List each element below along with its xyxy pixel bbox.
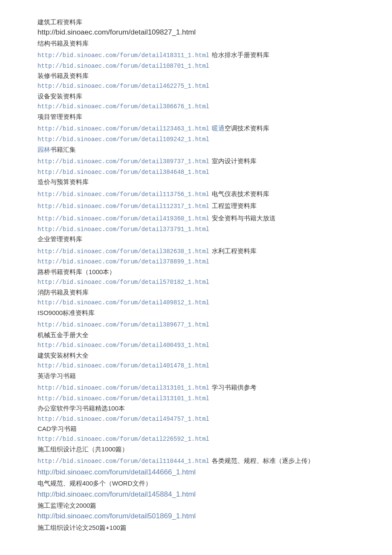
resource-label: 学习书籍供参考: [212, 384, 257, 391]
resource-link[interactable]: http://bid.sinoaec.com/forum/detail38973…: [37, 158, 209, 165]
heading: CAD学习书籍: [37, 424, 392, 434]
resource-link[interactable]: http://bid.sinoaec.com/forum/detail14588…: [37, 489, 196, 500]
heading: 施工组织设计论文250篇+100篇: [37, 523, 392, 532]
heading: 装修书籍及资料库: [37, 71, 392, 81]
heading: 造价与预算资料库: [37, 177, 392, 187]
heading: 机械五金手册大全: [37, 330, 392, 340]
resource-link[interactable]: http://bid.sinoaec.com/forum/detail37379…: [37, 226, 209, 233]
heading: 消防书籍及资料库: [37, 287, 392, 297]
resource-link[interactable]: http://bid.sinoaec.com/forum/detail38263…: [37, 248, 209, 255]
resource-link[interactable]: http://bid.sinoaec.com/forum/detail40147…: [37, 362, 209, 369]
resource-link[interactable]: http://bid.sinoaec.com/forum/detail38667…: [37, 103, 209, 110]
heading-suffix: 书籍汇集: [50, 146, 76, 153]
heading: 企业管理资料库: [37, 234, 392, 244]
resource-link[interactable]: http://bid.sinoaec.com/forum/detail31310…: [37, 395, 209, 402]
heading: 办公室软件学习书籍精选100本: [37, 403, 392, 413]
resource-link[interactable]: http://bid.sinoaec.com/forum/detail14466…: [37, 467, 196, 478]
resource-link[interactable]: http://bid.sinoaec.com/forum/detail11375…: [37, 191, 209, 198]
resource-label: 各类规范、规程、标准（逐步上传）: [212, 457, 314, 464]
resource-link[interactable]: http://bid.sinoaec.com/forum/detail40981…: [37, 299, 209, 306]
highlighted-term: 暖通: [212, 124, 225, 132]
resource-link[interactable]: http://bid.sinoaec.com/forum/detail41831…: [37, 52, 209, 59]
heading: 施工监理论文2000篇: [37, 500, 392, 510]
heading: 建筑安装材料大全: [37, 350, 392, 360]
heading: 电气规范、规程400多个（WORD文件）: [37, 478, 392, 488]
resource-label: 安全资料与书籍大放送: [212, 214, 276, 222]
resource-label: 工程监理资料库: [212, 202, 257, 209]
resource-label: 室内设计资料库: [212, 157, 257, 165]
resource-link[interactable]: http://bid.sinoaec.com/forum/detail11044…: [37, 458, 209, 465]
resource-link[interactable]: http://bid.sinoaec.com/forum/detail49475…: [37, 416, 209, 422]
resource-link[interactable]: http://bid.sinoaec.com/forum/detail11231…: [37, 203, 209, 210]
heading: 英语学习书籍: [37, 371, 392, 381]
resource-link[interactable]: http://bid.sinoaec.com/forum/detail50186…: [37, 511, 196, 522]
resource-label: 给水排水手册资料库: [212, 51, 269, 58]
resource-link[interactable]: http://bid.sinoaec.com/forum/detail57018…: [37, 279, 209, 286]
resource-link[interactable]: http://bid.sinoaec.com/forum/detail46227…: [37, 83, 209, 90]
heading: 结构书籍及资料库: [37, 38, 392, 48]
resource-link[interactable]: http://bid.sinoaec.com/forum/detail31310…: [37, 384, 209, 391]
resource-label: 水利工程资料库: [212, 247, 257, 254]
resource-link[interactable]: http://bid.sinoaec.com/forum/detail12346…: [37, 125, 209, 132]
heading: 项目管理资料库: [37, 112, 392, 121]
resource-link[interactable]: http://bid.sinoaec.com/forum/detail37889…: [37, 258, 209, 265]
heading-url: http://bid.sinoaec.com/forum/detail10982…: [37, 27, 392, 38]
heading: 建筑工程资料库: [37, 17, 392, 27]
resource-link[interactable]: http://bid.sinoaec.com/forum/detail10924…: [37, 136, 209, 143]
heading: 路桥书籍资料库（1000本）: [37, 267, 392, 277]
highlighted-term: 园林: [37, 146, 50, 153]
heading: ISO9000标准资料库: [37, 308, 392, 318]
resource-label: 电气仪表技术资料库: [212, 190, 269, 197]
heading: 设备安装资料库: [37, 91, 392, 101]
resource-link[interactable]: http://bid.sinoaec.com/forum/detail10870…: [37, 63, 209, 69]
resource-link[interactable]: http://bid.sinoaec.com/forum/detail38464…: [37, 169, 209, 176]
heading: 施工组织设计总汇（共1000篇）: [37, 444, 392, 454]
document-content: 建筑工程资料库http://bid.sinoaec.com/forum/deta…: [37, 17, 392, 532]
resource-label: 空调技术资料库: [225, 124, 269, 132]
resource-link[interactable]: http://bid.sinoaec.com/forum/detail22659…: [37, 436, 209, 442]
resource-link[interactable]: http://bid.sinoaec.com/forum/detail38967…: [37, 321, 209, 328]
heading: 园林书籍汇集: [37, 145, 392, 154]
resource-link[interactable]: http://bid.sinoaec.com/forum/detail40049…: [37, 342, 209, 349]
resource-link[interactable]: http://bid.sinoaec.com/forum/detail41936…: [37, 215, 209, 222]
